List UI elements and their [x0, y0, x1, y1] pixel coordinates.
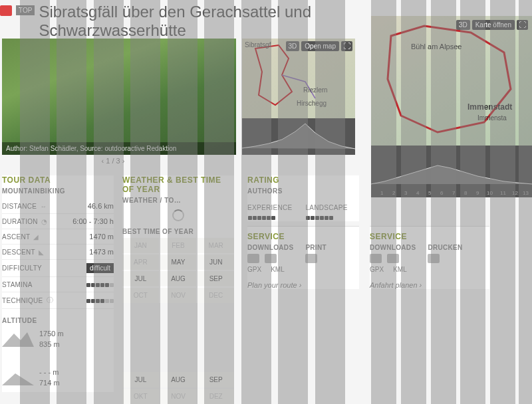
map-place-label: Immenstadt: [467, 102, 512, 112]
descent-value: 1473 m: [89, 248, 114, 256]
print-button[interactable]: [305, 254, 317, 263]
plan-route-link[interactable]: Plan your route ›: [247, 281, 359, 289]
rating-panel: RATING AUTHORS EXPERIENCE LANDSCAPE: [247, 175, 359, 221]
map-preview[interactable]: Sibratsgf Riezlern Hirschegg 3D Open map…: [242, 39, 355, 118]
print-button[interactable]: [428, 254, 440, 263]
map-place-label: Bühl am Alpsee: [411, 43, 462, 50]
svg-text:8: 8: [464, 190, 467, 196]
best-time-title: BEST TIME OF YEAR: [122, 228, 234, 235]
weather-panel: WEATHER & BEST TIME OF YEAR WEATHER / TO…: [122, 175, 234, 303]
distance-icon: ↔: [40, 203, 49, 209]
map-place-label: Immensta: [477, 114, 507, 122]
hero-caption: Author: Stefan Schädler, Source: outdoor…: [2, 142, 236, 155]
fullscreen-button[interactable]: ⛶: [341, 41, 352, 51]
tourdata-category: MOUNTAINBIKING: [2, 187, 114, 195]
map-place-label: Riezlern: [303, 86, 328, 94]
svg-text:2: 2: [392, 190, 396, 196]
map-large[interactable]: Bühl am Alpsee Immenstadt Immensta 3D Ka…: [371, 16, 532, 146]
difficulty-badge: difficult: [86, 263, 114, 273]
plan-route-link[interactable]: Anfahrt planen ›: [370, 281, 489, 289]
clock-icon: ◔: [41, 218, 51, 225]
technique-dots: [86, 296, 114, 304]
month-grid-lower: JULAUGSEPOKTNOVDEZ: [122, 372, 234, 404]
kml-download-button[interactable]: [387, 254, 399, 263]
svg-text:3: 3: [404, 190, 408, 196]
svg-text:7: 7: [452, 190, 456, 196]
map-place-label: Hirschegg: [297, 100, 327, 107]
mountain-icon: [2, 331, 34, 347]
kml-download-button[interactable]: [265, 254, 277, 263]
experience-dots: [247, 213, 275, 221]
svg-marker-1: [2, 373, 34, 385]
mountain-icon: [2, 369, 34, 385]
svg-text:4: 4: [416, 190, 420, 196]
top-badge: TOP: [16, 5, 35, 15]
ascent-icon: ◢: [33, 233, 43, 240]
service-panel: SERVICE DOWNLOADS GPXKML PRINT Plan your…: [247, 226, 359, 289]
duration-value: 6:00 - 7:30 h: [72, 217, 114, 225]
distance-value: 46.6 km: [88, 202, 114, 210]
svg-text:1: 1: [380, 190, 384, 196]
tourdata-panel: TOUR DATA MOUNTAINBIKING DISTANCE↔46.6 k…: [2, 175, 114, 392]
svg-marker-0: [2, 332, 34, 347]
info-icon[interactable]: ⓘ: [47, 296, 53, 305]
hero-image[interactable]: Author: Stefan Schädler, Source: outdoor…: [2, 39, 236, 155]
service-panel-de: SERVICE DOWNLOADS GPXKML DRUCKEN Anfahrt…: [370, 226, 489, 289]
ascent-value: 1470 m: [89, 233, 114, 241]
stamina-dots: [86, 280, 114, 288]
svg-text:13: 13: [523, 190, 529, 196]
open-map-button[interactable]: Karte öffnen: [472, 20, 515, 30]
svg-text:10: 10: [487, 190, 493, 196]
weather-title: WEATHER & BEST TIME OF YEAR: [122, 175, 234, 194]
landscape-dots: [305, 213, 333, 221]
svg-text:9: 9: [476, 190, 479, 196]
map-3d-button[interactable]: 3D: [456, 20, 470, 30]
tourdata-title: TOUR DATA: [2, 175, 114, 185]
month-grid: JANFEBMARAPRMAYJUNJULAUGSEPOCTNOVDEC: [122, 238, 234, 303]
gpx-download-button[interactable]: [247, 254, 259, 263]
elevation-chart[interactable]: [242, 118, 355, 155]
elevation-chart-large[interactable]: 12345678910111213: [371, 146, 532, 197]
svg-text:12: 12: [512, 190, 518, 196]
loading-spinner: [172, 209, 184, 221]
brand-logo: [0, 5, 12, 16]
map-place-label: Sibratsgf: [245, 41, 271, 49]
open-map-button[interactable]: Open map: [301, 41, 339, 51]
page-title: Sibratsgfäll über den Gerachsattel und S…: [39, 3, 331, 39]
gpx-download-button[interactable]: [370, 254, 382, 263]
descent-icon: ◣: [39, 249, 48, 255]
svg-text:6: 6: [440, 190, 444, 196]
svg-text:11: 11: [500, 190, 506, 196]
svg-text:5: 5: [428, 190, 432, 196]
map-3d-button[interactable]: 3D: [286, 41, 300, 51]
fullscreen-button[interactable]: ⛶: [517, 20, 528, 30]
